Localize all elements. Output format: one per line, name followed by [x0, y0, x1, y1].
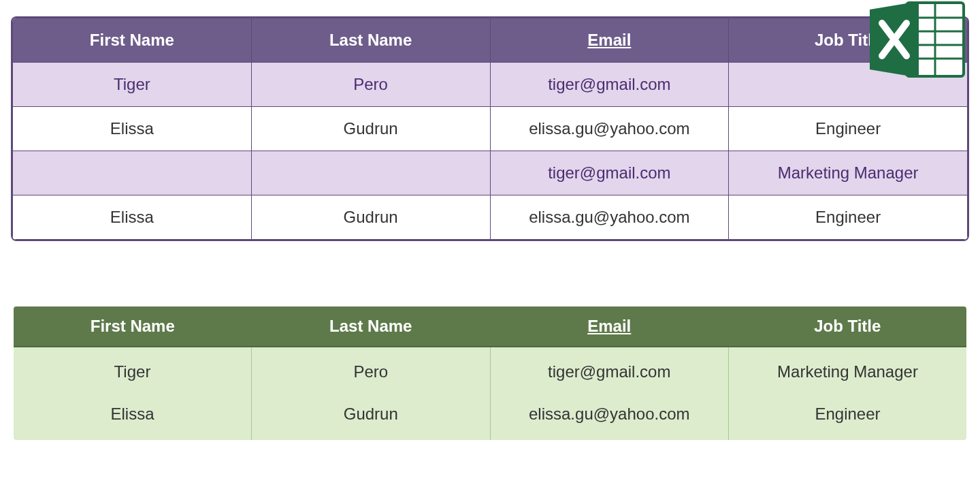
cell-last-name: Gudrun — [251, 107, 490, 151]
cell-email: elissa.gu@yahoo.com — [490, 195, 729, 240]
table-row: Elissa Gudrun elissa.gu@yahoo.com Engine… — [13, 107, 968, 151]
cell-last-name — [251, 151, 490, 195]
col-first-name: First Name — [13, 18, 252, 63]
table-header-row: First Name Last Name Email Job Title — [13, 18, 968, 63]
cell-first-name — [13, 151, 252, 195]
col-last-name: Last Name — [251, 18, 490, 63]
excel-icon — [866, 0, 968, 85]
col-last-name: Last Name — [252, 306, 491, 347]
cell-last-name: Gudrun — [251, 195, 490, 240]
result-table: First Name Last Name Email Job Title Tig… — [12, 305, 968, 441]
table-row: Elissa Gudrun elissa.gu@yahoo.com Engine… — [13, 393, 967, 441]
source-table: First Name Last Name Email Job Title Tig… — [12, 18, 968, 240]
cell-first-name: Tiger — [13, 63, 252, 107]
table-header-row: First Name Last Name Email Job Title — [13, 306, 967, 347]
cell-job-title: Marketing Manager — [729, 347, 968, 393]
col-first-name: First Name — [13, 306, 252, 347]
table-row: Tiger Pero tiger@gmail.com — [13, 63, 968, 107]
cell-job-title: Engineer — [729, 107, 968, 151]
col-job-title: Job Title — [729, 306, 968, 347]
cell-job-title: Engineer — [729, 195, 968, 240]
cell-first-name: Elissa — [13, 195, 252, 240]
cell-last-name: Pero — [251, 63, 490, 107]
cell-email: tiger@gmail.com — [490, 151, 729, 195]
col-email: Email — [490, 18, 729, 63]
table-row: Elissa Gudrun elissa.gu@yahoo.com Engine… — [13, 195, 968, 240]
cell-last-name: Pero — [252, 347, 491, 393]
spacer — [12, 240, 968, 305]
cell-email: elissa.gu@yahoo.com — [490, 393, 729, 441]
table-row: Tiger Pero tiger@gmail.com Marketing Man… — [13, 347, 967, 393]
cell-email: tiger@gmail.com — [490, 63, 729, 107]
cell-job-title: Marketing Manager — [729, 151, 968, 195]
cell-first-name: Elissa — [13, 107, 252, 151]
cell-email: tiger@gmail.com — [490, 347, 729, 393]
cell-email: elissa.gu@yahoo.com — [490, 107, 729, 151]
col-email: Email — [490, 306, 729, 347]
cell-job-title: Engineer — [729, 393, 968, 441]
cell-first-name: Elissa — [13, 393, 252, 441]
table-row: tiger@gmail.com Marketing Manager — [13, 151, 968, 195]
cell-last-name: Gudrun — [252, 393, 491, 441]
cell-first-name: Tiger — [13, 347, 252, 393]
